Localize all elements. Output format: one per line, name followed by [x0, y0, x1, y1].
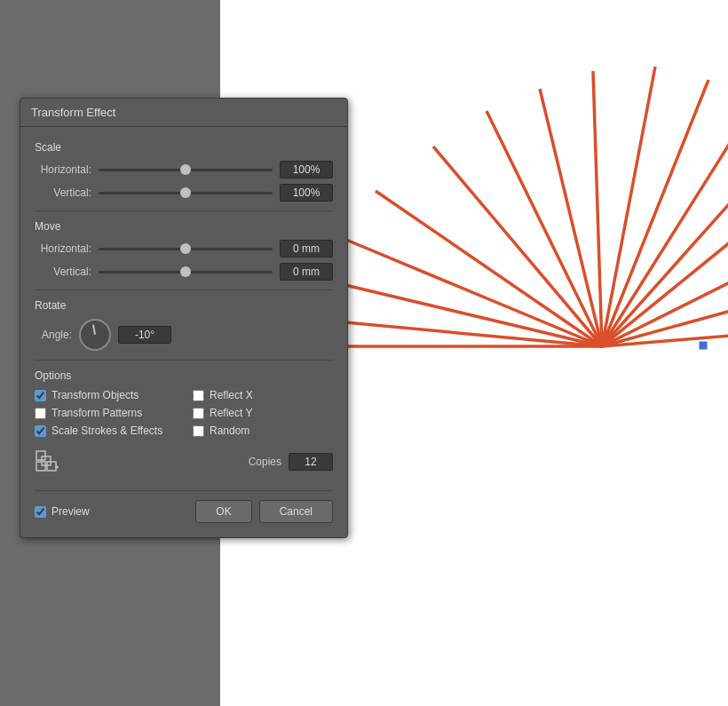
- transform-patterns-row: Transform Patterns: [35, 407, 175, 419]
- scale-strokes-row: Scale Strokes & Effects: [35, 424, 175, 437]
- preview-checkbox[interactable]: [35, 506, 46, 518]
- move-vertical-row: Vertical:: [35, 263, 333, 281]
- copies-row: Copies: [35, 449, 333, 474]
- reflect-x-row: Reflect X: [193, 389, 333, 401]
- rotate-angle-label: Angle:: [35, 329, 79, 341]
- scale-vertical-row: Vertical:: [35, 184, 333, 202]
- transform-objects-checkbox[interactable]: [35, 390, 46, 401]
- scale-horizontal-thumb[interactable]: [180, 164, 191, 175]
- svg-line-8: [593, 71, 602, 346]
- move-horizontal-row: Horizontal:: [35, 240, 333, 258]
- dialog-title-bar: Transform Effect: [20, 99, 347, 127]
- angle-dial[interactable]: [79, 319, 111, 351]
- rotate-section-label: Rotate: [35, 299, 333, 312]
- move-vertical-label: Vertical:: [35, 266, 99, 278]
- move-horizontal-slider[interactable]: [99, 248, 273, 250]
- scale-strokes-label[interactable]: Scale Strokes & Effects: [51, 424, 162, 437]
- reflect-x-label[interactable]: Reflect X: [210, 389, 253, 401]
- scale-horizontal-value[interactable]: [280, 161, 333, 178]
- scale-strokes-checkbox[interactable]: [35, 425, 46, 437]
- reflect-y-label[interactable]: Reflect Y: [210, 407, 252, 419]
- svg-line-13: [602, 173, 728, 346]
- random-label[interactable]: Random: [210, 424, 249, 437]
- random-checkbox[interactable]: [193, 425, 204, 437]
- cancel-button[interactable]: Cancel: [259, 500, 333, 523]
- svg-rect-23: [36, 462, 45, 471]
- preview-label[interactable]: Preview: [51, 505, 90, 518]
- transform-objects-row: Transform Objects: [35, 389, 175, 401]
- divider-1: [35, 210, 333, 211]
- scale-vertical-slider[interactable]: [99, 192, 273, 194]
- svg-rect-22: [47, 462, 56, 471]
- angle-value-input[interactable]: [118, 326, 171, 344]
- move-section-label: Move: [35, 220, 333, 233]
- scale-section-label: Scale: [35, 141, 333, 154]
- scale-horizontal-slider[interactable]: [99, 169, 273, 171]
- options-grid: Transform Objects Reflect X Transform Pa…: [35, 389, 333, 437]
- svg-rect-20: [36, 451, 45, 460]
- reflect-x-checkbox[interactable]: [193, 390, 204, 401]
- transform-patterns-checkbox[interactable]: [35, 408, 46, 419]
- move-vertical-thumb[interactable]: [180, 266, 191, 277]
- scale-vertical-thumb[interactable]: [180, 187, 191, 198]
- svg-rect-21: [42, 456, 51, 465]
- transform-effect-dialog: Transform Effect Scale Horizontal: Verti…: [20, 98, 348, 538]
- move-horizontal-thumb[interactable]: [180, 243, 191, 254]
- reflect-y-checkbox[interactable]: [193, 408, 204, 419]
- dialog-footer: Preview OK Cancel: [35, 490, 333, 523]
- options-section-label: Options: [35, 369, 333, 382]
- move-horizontal-value[interactable]: [280, 240, 333, 258]
- copies-icon: [35, 449, 59, 474]
- transform-objects-label[interactable]: Transform Objects: [51, 389, 138, 401]
- divider-3: [35, 360, 333, 361]
- scale-horizontal-label: Horizontal:: [35, 163, 99, 176]
- scale-horizontal-row: Horizontal:: [35, 161, 333, 178]
- transform-patterns-label[interactable]: Transform Patterns: [51, 407, 142, 419]
- dialog-body: Scale Horizontal: Vertical: Move Horizon…: [20, 127, 347, 537]
- rotate-row: Angle:: [35, 319, 333, 351]
- move-horizontal-label: Horizontal:: [35, 242, 99, 255]
- preview-check-row: Preview: [35, 505, 188, 518]
- ok-button[interactable]: OK: [195, 500, 251, 523]
- svg-line-10: [602, 80, 708, 346]
- move-vertical-value[interactable]: [280, 263, 333, 281]
- reflect-y-row: Reflect Y: [193, 407, 333, 419]
- divider-2: [35, 290, 333, 290]
- svg-rect-18: [700, 342, 707, 349]
- move-vertical-slider[interactable]: [99, 271, 273, 274]
- scale-vertical-value[interactable]: [280, 184, 333, 202]
- scale-vertical-label: Vertical:: [35, 186, 99, 199]
- copies-value-input[interactable]: [289, 453, 333, 471]
- copies-label: Copies: [249, 456, 281, 468]
- dialog-title: Transform Effect: [31, 106, 115, 119]
- random-row: Random: [193, 424, 333, 437]
